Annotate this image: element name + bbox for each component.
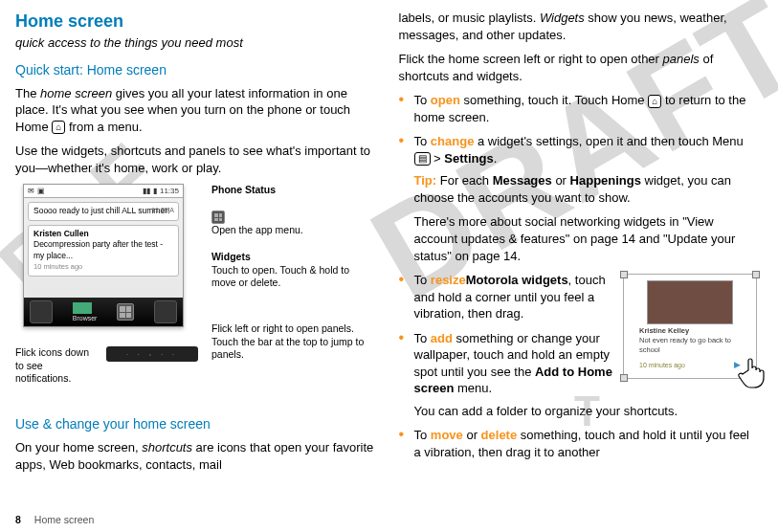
app-tray-icon bbox=[211, 211, 225, 224]
notification-icon: ▣ bbox=[37, 187, 45, 197]
resize-handle-icon bbox=[620, 271, 628, 278]
phone-mockup: ✉ ▣ ▮▮ ▮ 11:35 11:35 A Soooo ready to ju… bbox=[23, 184, 184, 327]
battery-icon: ▮ bbox=[153, 187, 157, 197]
dial-icon bbox=[30, 300, 53, 323]
contact-photo bbox=[647, 280, 733, 324]
right-column: labels, or music playlists. Widgets show… bbox=[399, 10, 758, 498]
tip-para: Tip: For each Messages or Happenings wid… bbox=[414, 172, 758, 206]
callout-flick-panels: Flick left or right to open panels. Touc… bbox=[211, 322, 374, 360]
resize-handle-icon bbox=[752, 271, 760, 278]
section-use-change: Use & change your home screen bbox=[15, 415, 374, 433]
bullet-change: To change a widget's settings, open it a… bbox=[399, 133, 758, 264]
bullet-list: To open something, touch it. Touch Home … bbox=[399, 92, 758, 460]
intro-para-1: The home screen gives you all your lates… bbox=[15, 85, 374, 136]
home-icon: ⌂ bbox=[52, 121, 65, 134]
page-footer: 8 Home screen bbox=[15, 513, 94, 526]
intro-para-2: Use the widgets, shortcuts and panels to… bbox=[15, 143, 374, 176]
left-column: Home screen quick access to the things y… bbox=[15, 10, 374, 498]
bullet-add: To add something or change your wallpape… bbox=[399, 330, 758, 420]
status-widget-card: 11:35 A Soooo ready to just chill ALL su… bbox=[28, 202, 179, 220]
tip-more-para: There's more about social networking wid… bbox=[414, 213, 758, 264]
app-tray-icon bbox=[117, 303, 134, 321]
page-title: Home screen bbox=[15, 10, 374, 33]
panel-indicator-bar: · · ◦ · · bbox=[106, 346, 198, 362]
bullet-move-delete: To move or delete something, touch and h… bbox=[399, 427, 758, 460]
message-widget-card: Kristen Cullen Decompression party after… bbox=[28, 225, 179, 277]
notification-icon: ✉ bbox=[28, 187, 34, 197]
bullet-open: To open something, touch it. Touch Home … bbox=[399, 92, 758, 125]
callout-phone-status: Phone Status bbox=[211, 184, 276, 196]
contacts-icon bbox=[154, 300, 177, 323]
phone-dock: Browser bbox=[24, 298, 183, 326]
callout-widgets: Widgets Touch to open. Touch & hold to m… bbox=[211, 251, 374, 288]
clock-text: 11:35 bbox=[160, 187, 179, 197]
page-subtitle: quick access to the things you need most bbox=[15, 34, 374, 52]
shortcuts-para: On your home screen, shortcuts are icons… bbox=[15, 439, 374, 473]
page-number: 8 bbox=[15, 513, 21, 526]
add-folder-para: You can add a folder to organize your sh… bbox=[414, 403, 758, 420]
footer-label: Home screen bbox=[34, 513, 94, 526]
callout-app-tray: Open the app menu. bbox=[211, 211, 303, 236]
menu-icon: ▤ bbox=[414, 152, 431, 166]
bullet-resize: Kristine Kelley Not even ready to go bac… bbox=[399, 272, 758, 322]
signal-icon: ▮▮ bbox=[143, 187, 150, 197]
home-icon: ⌂ bbox=[648, 95, 661, 108]
right-para-2: Flick the home screen left or right to o… bbox=[399, 51, 758, 84]
status-bar: ✉ ▣ ▮▮ ▮ 11:35 bbox=[24, 185, 183, 198]
right-para-1: labels, or music playlists. Widgets show… bbox=[399, 10, 758, 43]
callout-flick-icons: Flick icons down to see notifications. bbox=[15, 346, 92, 384]
home-screen-figure: ✉ ▣ ▮▮ ▮ 11:35 11:35 A Soooo ready to ju… bbox=[15, 184, 374, 404]
section-quick-start: Quick start: Home screen bbox=[15, 61, 374, 79]
